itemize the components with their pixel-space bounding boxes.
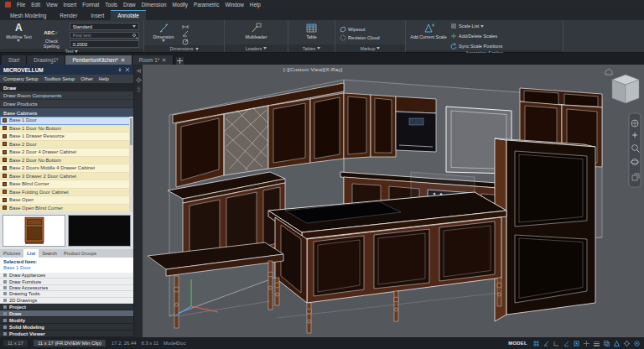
list-item[interactable]: Base 2 Doors Middle 4 Drawer Cabinet — [0, 164, 133, 173]
list-item[interactable]: Base 2 Door 4 Drawer Cabinet — [0, 148, 133, 157]
menu-draw[interactable]: Draw — [123, 2, 136, 8]
radius-dimension-icon[interactable] — [182, 39, 189, 45]
ribbon-tab-mesh-modeling[interactable]: Mesh Modeling — [3, 11, 53, 20]
bar-draw[interactable]: Draw — [0, 310, 133, 317]
ribbon-tab-render[interactable]: Render — [53, 11, 84, 20]
menu-help[interactable]: Help — [250, 2, 261, 8]
tab-product-groups[interactable]: Product Groups — [60, 249, 100, 258]
grid-icon[interactable] — [532, 340, 540, 347]
bar-product-viewer[interactable]: Product Viewer — [0, 331, 133, 337]
layout-tab[interactable]: 11 x 17 — [3, 340, 29, 346]
close-icon[interactable] — [121, 58, 125, 62]
list-item[interactable]: Base 3 Drawer 2 Door Cabinet — [0, 173, 133, 181]
menu-view[interactable]: View — [46, 2, 58, 8]
workspace-gear-icon[interactable] — [623, 340, 631, 347]
list-scrollbar[interactable] — [129, 117, 133, 212]
view-cube[interactable] — [605, 69, 639, 103]
dimension-button[interactable]: Dimension — [148, 22, 179, 45]
polar-tracking-icon[interactable] — [563, 340, 570, 347]
list-item[interactable]: Base 1 Drawer Resource — [0, 133, 133, 141]
panel-label-dimensions[interactable]: Dimensions — [144, 45, 224, 52]
add-delete-scales-button[interactable]: Add/Delete Scales — [450, 32, 502, 40]
list-item[interactable]: Base Folding Door Cabinet — [0, 189, 133, 197]
palette-menu-other[interactable]: Other — [80, 76, 93, 81]
scale-list-button[interactable]: Scale List — [450, 22, 502, 30]
auto-hide-icon[interactable] — [136, 68, 142, 74]
text-style-select[interactable]: Standard — [70, 23, 139, 30]
ortho-icon[interactable] — [553, 340, 560, 347]
tab-search[interactable]: Search — [39, 249, 60, 258]
doc-tab-room1[interactable]: Room 1* — [132, 55, 174, 65]
palette-menu-help[interactable]: Help — [99, 76, 109, 81]
transparency-icon[interactable] — [603, 340, 610, 347]
object-track-icon[interactable] — [583, 340, 590, 347]
panel-label-markup[interactable]: Markup — [335, 44, 405, 52]
menu-modify[interactable]: Modify — [172, 2, 188, 8]
sync-scale-positions-button[interactable]: Sync Scale Positions — [450, 42, 502, 50]
new-drawing-button[interactable] — [176, 57, 184, 65]
bar-modify[interactable]: Modify — [0, 317, 133, 324]
ribbon-tab-insert[interactable]: Insert — [84, 11, 111, 20]
palette-menu-toolbox-setup[interactable]: Toolbox Setup — [44, 76, 75, 81]
section-header-base-cabinets[interactable]: Base Cabinets — [0, 108, 133, 117]
list-item[interactable]: Base 1 Door — [0, 117, 133, 125]
navigation-bar[interactable] — [629, 113, 641, 187]
selected-item-value[interactable]: Base 1 Door — [3, 265, 130, 270]
pin-icon[interactable] — [117, 67, 122, 72]
grip-icon[interactable] — [136, 86, 142, 92]
menu-parametric[interactable]: Parametric — [194, 2, 219, 8]
viewport-controls[interactable]: [-][Custom View][X-Ray] — [283, 66, 343, 72]
row-draw-appliances[interactable]: Draw Appliances — [0, 273, 133, 279]
row-drawing-tools[interactable]: Drawing Tools — [0, 291, 133, 297]
row-draw-room-components[interactable]: Draw Room Components — [0, 91, 133, 100]
angular-dimension-icon[interactable] — [182, 30, 189, 37]
row-draw-products[interactable]: Draw Products — [0, 100, 133, 108]
list-item[interactable]: Base 2 Door No Bottom — [0, 157, 133, 165]
multiline-text-button[interactable]: A Multiline Text — [4, 22, 34, 49]
list-item[interactable]: Base Blind Corner — [0, 180, 133, 189]
close-icon[interactable] — [125, 67, 130, 72]
list-item[interactable]: Base Open — [0, 196, 133, 205]
menu-format[interactable]: Format — [82, 2, 99, 8]
panel-label-leaders[interactable]: Leaders — [225, 44, 288, 52]
menu-file[interactable]: File — [17, 2, 25, 8]
list-item[interactable]: Base Open Blind Corner — [0, 205, 133, 213]
tab-pictures[interactable]: Pictures — [0, 249, 23, 258]
doc-tab-drawing1[interactable]: Drawing1* — [27, 55, 65, 65]
ribbon-tab-annotate[interactable]: Annotate — [111, 10, 146, 20]
doc-tab-start[interactable]: Start — [2, 55, 27, 65]
viewport-3d[interactable]: [-][Custom View][X-Ray] — [143, 65, 644, 337]
panel-label-tables[interactable]: Tables — [288, 44, 335, 52]
lineweight-icon[interactable] — [593, 340, 600, 347]
linear-dimension-icon[interactable] — [182, 22, 189, 29]
row-draw-furniture[interactable]: Draw Furniture — [0, 279, 133, 284]
doc-tab-pembertonkitchen[interactable]: PembertonKitchen* — [65, 55, 132, 65]
list-item[interactable]: Base 2 Door — [0, 141, 133, 149]
menu-insert[interactable]: Insert — [64, 2, 77, 8]
bar-solid-modeling[interactable]: Solid Modeling — [0, 324, 133, 331]
gear-icon[interactable] — [136, 77, 142, 83]
wipeout-button[interactable]: Wipeout — [340, 25, 366, 34]
bar-project[interactable]: Project — [0, 304, 133, 310]
text-height-input[interactable]: 0.2000 — [70, 40, 139, 48]
tab-list[interactable]: List — [23, 249, 39, 258]
list-item[interactable]: Base 1 Door No Bottom — [0, 125, 133, 133]
object-snap-icon[interactable] — [573, 340, 580, 347]
check-spelling-button[interactable]: ABC✓ Check Spelling — [37, 22, 66, 49]
close-icon[interactable] — [162, 58, 166, 62]
add-current-scale-button[interactable]: Add Current Scale — [410, 22, 447, 50]
model-space-button[interactable]: MODEL — [508, 341, 527, 346]
product-render-thumbnail[interactable] — [68, 215, 131, 247]
row-draw-accessories[interactable]: Draw Accessories — [0, 285, 133, 291]
palette-title-bar[interactable]: MICROVELLUM — [0, 65, 133, 75]
layout-tab[interactable]: 11 x 17 (FR.DVIEW Min Clip) — [34, 340, 106, 346]
table-button[interactable]: Table — [297, 22, 327, 44]
multileader-button[interactable]: Multileader — [236, 22, 277, 44]
menu-dimension[interactable]: Dimension — [142, 2, 167, 8]
row-2d-drawings[interactable]: 2D Drawings — [0, 298, 133, 304]
autocad-app-icon[interactable] — [5, 2, 11, 8]
annotation-scale-icon[interactable] — [613, 340, 621, 347]
menu-window[interactable]: Window — [225, 2, 243, 8]
menu-edit[interactable]: Edit — [31, 2, 40, 8]
product-photo-thumbnail[interactable] — [3, 215, 65, 247]
